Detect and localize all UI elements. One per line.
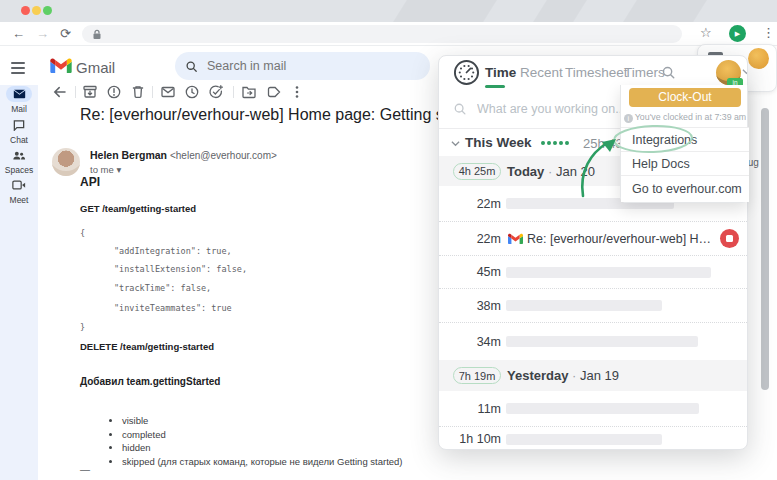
entry-time: 34m <box>449 335 501 349</box>
entry-title-placeholder <box>506 336 698 347</box>
time-entry-row[interactable]: 1h 10m <box>439 426 748 450</box>
snooze-icon[interactable] <box>184 84 200 100</box>
bullet-item: visible <box>122 415 403 426</box>
more-options-icon[interactable] <box>289 84 305 100</box>
activity-dot <box>565 141 569 145</box>
entry-title-placeholder <box>506 300 662 311</box>
day-total-pill: 4h 25m <box>453 163 501 180</box>
entry-title-placeholder <box>506 434 662 445</box>
page-scrollbar-thumb[interactable] <box>761 108 769 390</box>
signature-dash: — <box>80 464 90 475</box>
week-label: This Week <box>465 135 532 150</box>
archive-icon[interactable] <box>82 84 98 100</box>
clock-out-button[interactable]: Clock-Out <box>629 88 741 107</box>
mark-unread-icon[interactable] <box>160 84 176 100</box>
activity-dot <box>559 141 563 145</box>
bullet-item: skipped (для старых команд, которые не в… <box>122 456 403 467</box>
lock-icon <box>92 29 102 40</box>
back-icon[interactable] <box>52 84 68 100</box>
sidebar-item-meet[interactable]: Meet <box>0 177 38 205</box>
titlebar-reflection <box>393 0 497 22</box>
close-window-button[interactable] <box>21 6 30 15</box>
label-icon[interactable] <box>266 84 282 100</box>
code-delete-line: DELETE /team/getting-started <box>80 341 214 352</box>
day-row-yesterday[interactable]: 7h 19m Yesterday · Jan 19 <box>439 360 748 391</box>
popup-search-icon[interactable] <box>661 65 676 80</box>
chevron-down-icon[interactable] <box>742 68 748 75</box>
activity-dot <box>547 141 551 145</box>
main-menu-icon[interactable] <box>11 59 25 77</box>
meet-icon <box>12 180 26 190</box>
day-label: Yesterday · Jan 19 <box>507 368 619 383</box>
entry-title-placeholder <box>506 267 711 278</box>
bullet-item: hidden <box>122 442 403 453</box>
gmail-search-input[interactable] <box>207 59 397 73</box>
entry-time: 22m <box>449 232 501 246</box>
code-get-line: GET /team/getting-started <box>80 203 196 214</box>
titlebar-reflection <box>533 0 587 22</box>
browser-forward-button[interactable]: → <box>36 25 49 42</box>
toolbar-divider <box>152 86 153 98</box>
browser-back-button[interactable]: ← <box>12 25 25 42</box>
entry-time: 11m <box>449 402 501 416</box>
entry-time: 45m <box>449 265 501 279</box>
minimize-window-button[interactable] <box>32 6 41 15</box>
time-entry-row[interactable]: 34m <box>439 322 748 360</box>
sender-email: <helen@everhour.com> <box>170 150 277 161</box>
sidebar-item-mail[interactable]: Mail <box>0 86 38 114</box>
activity-dot <box>541 141 545 145</box>
add-to-tasks-icon[interactable] <box>208 84 224 100</box>
time-entry-row[interactable]: 22m Re: [everhour/everhour-web] Home pag… <box>439 221 748 255</box>
sender-name: Helen Bergman <helen@everhour.com> <box>90 149 277 161</box>
recipient-line[interactable]: to me ▾ <box>90 164 121 175</box>
sidebar-item-chat[interactable]: Chat <box>0 117 38 145</box>
gmail-search-bar[interactable] <box>175 52 430 80</box>
browser-titlebar <box>0 0 777 22</box>
sender-avatar[interactable] <box>52 148 80 176</box>
mail-icon <box>13 89 26 99</box>
code-line: "inviteTeammates": true <box>114 303 232 313</box>
menu-item-integrations[interactable]: Integrations <box>621 127 749 151</box>
time-entry-row[interactable]: 45m <box>439 255 748 288</box>
tab-timesheet[interactable]: Timesheet <box>565 65 628 80</box>
gmail-logo-icon <box>50 58 72 74</box>
stop-timer-button[interactable] <box>720 229 739 248</box>
gmail-icon <box>508 233 523 245</box>
entry-time: 38m <box>449 299 501 313</box>
day-total-pill: 7h 19m <box>453 367 501 384</box>
spaces-icon <box>12 150 26 161</box>
email-body-heading: API <box>80 175 100 189</box>
info-icon: i <box>624 114 633 123</box>
tab-recent[interactable]: Recent <box>520 65 563 80</box>
menu-item-help-docs[interactable]: Help Docs <box>621 151 749 175</box>
chevron-down-icon[interactable] <box>451 140 460 147</box>
sidebar-item-spaces[interactable]: Spaces <box>0 147 38 175</box>
code-line: { <box>80 228 85 238</box>
everhour-extension-icon[interactable]: ▶ <box>729 25 746 42</box>
everhour-logo-icon <box>453 59 480 86</box>
report-spam-icon[interactable] <box>106 84 122 100</box>
entry-time: 22m <box>449 197 501 211</box>
browser-menu-icon[interactable]: ⋮ <box>762 24 775 41</box>
address-bar[interactable] <box>82 25 682 43</box>
clocked-in-note: iYou've clocked in at 7:39 am <box>621 112 749 123</box>
menu-item-go-to-everhour[interactable]: Go to everhour.com <box>621 175 749 202</box>
day-label: Today · Jan 20 <box>507 164 595 179</box>
time-entry-row[interactable]: 38m <box>439 288 748 322</box>
browser-toolbar: ← → ⟳ ☆ ▶ ⋮ <box>0 22 777 46</box>
delete-icon[interactable] <box>130 84 146 100</box>
search-icon <box>185 60 198 73</box>
tab-time[interactable]: Time <box>485 65 516 80</box>
entry-title: Re: [everhour/everhour-web] Home page: G… <box>527 232 713 246</box>
gmail-sidebar: Mail Chat Spaces Meet <box>0 85 38 480</box>
stop-icon <box>726 235 733 242</box>
move-to-icon[interactable] <box>241 84 257 100</box>
gmail-account-avatar[interactable] <box>748 48 769 69</box>
tab-timers[interactable]: Timers <box>624 65 665 80</box>
search-icon <box>453 102 467 116</box>
bookmark-star-icon[interactable]: ☆ <box>700 24 712 41</box>
time-entry-row[interactable]: 11m <box>439 391 748 426</box>
browser-reload-button[interactable]: ⟳ <box>60 25 71 42</box>
maximize-window-button[interactable] <box>43 6 52 15</box>
chat-icon <box>13 120 25 131</box>
